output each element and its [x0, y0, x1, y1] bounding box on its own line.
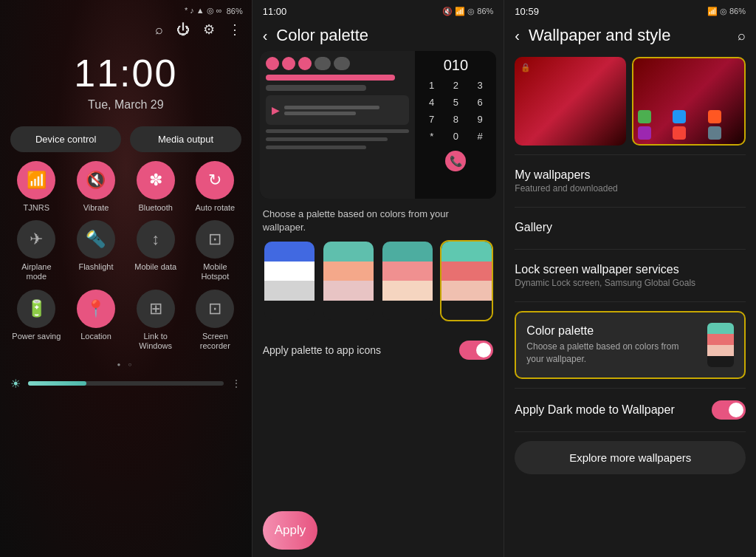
lock-screen-sub: Dynamic Lock screen, Samsung Global Goal… — [515, 278, 746, 288]
tile-screenrecorder[interactable]: ⊡ Screen recorder — [189, 290, 241, 351]
color-palette-card-title: Color palette — [526, 324, 698, 338]
tile-autorotate[interactable]: ↻ Auto rotate — [189, 161, 241, 213]
brightness-icon: ☀ — [10, 377, 21, 391]
tile-powersave[interactable]: 🔋 Power saving — [10, 290, 63, 351]
vibrate-icon[interactable]: 🔇 — [77, 161, 115, 199]
color-palette-panel: 11:00 🔇 📶 ◎ 86% ‹ Color palette ▶ — [252, 0, 505, 557]
quick-settings-toolbar: ⌕ ⏻ ⚙ ⋮ — [0, 18, 252, 44]
palette-option-2[interactable] — [322, 240, 375, 321]
preview-bar-2 — [266, 85, 366, 91]
dial-grid: 1 2 3 4 5 6 7 8 9 * 0 # — [421, 78, 490, 143]
media-line-1 — [284, 106, 379, 109]
lock-screen-wallpaper-thumb[interactable]: 🔒 — [515, 57, 625, 146]
color-palette-card[interactable]: Color palette Choose a palette based on … — [515, 311, 746, 379]
dial-key-0: 0 — [445, 129, 467, 143]
search-icon[interactable]: ⌕ — [155, 22, 163, 38]
lock-screen-services-item[interactable]: Lock screen wallpaper services Dynamic L… — [504, 253, 756, 298]
tile-hotspot[interactable]: ⊡ Mobile Hotspot — [189, 220, 241, 281]
preview-chip-3 — [298, 57, 312, 70]
brightness-more-icon[interactable]: ⋮ — [231, 377, 241, 389]
swatch-4-4 — [441, 301, 492, 321]
hotspot-icon[interactable]: ⊡ — [196, 220, 234, 259]
dial-key-6: 6 — [470, 95, 491, 109]
p2-phone-preview: ▶ 010 1 2 3 4 5 6 7 8 9 * — [260, 51, 497, 199]
dial-display: 010 — [421, 57, 490, 74]
dial-key-star: * — [421, 129, 442, 143]
location-icon[interactable]: 📍 — [77, 290, 115, 328]
more-icon[interactable]: ⋮ — [228, 21, 241, 38]
media-line-2 — [284, 112, 356, 115]
dark-mode-label: Apply Dark mode to Wallpaper — [515, 403, 674, 417]
dial-key-1: 1 — [421, 78, 442, 92]
swatch-4-2 — [441, 262, 492, 281]
dark-mode-toggle[interactable] — [712, 400, 746, 420]
brightness-fill — [28, 381, 86, 386]
media-output-button[interactable]: Media output — [130, 126, 241, 152]
powersave-icon[interactable]: 🔋 — [17, 290, 55, 328]
preview-bar-1 — [266, 75, 395, 81]
palette-option-4[interactable] — [440, 240, 493, 321]
tile-vibrate[interactable]: 🔇 Vibrate — [70, 161, 123, 213]
home-screen-wallpaper-thumb[interactable] — [632, 57, 746, 146]
swatch-4-3 — [441, 281, 492, 301]
swatch-2-3 — [323, 281, 374, 301]
wifi-icon[interactable]: 📶 — [17, 161, 55, 199]
swatch-2-4 — [323, 301, 374, 321]
divider-5 — [515, 388, 746, 389]
screenrecorder-icon[interactable]: ⊡ — [196, 290, 234, 328]
swatch-1-4 — [264, 301, 315, 321]
p3-back-button[interactable]: ‹ — [515, 27, 520, 44]
tile-airplane[interactable]: ✈ Airplane mode — [10, 220, 63, 281]
apply-arrow-icon: ➜ — [252, 540, 257, 557]
app-icon-4 — [638, 126, 651, 140]
palette-options — [252, 240, 504, 321]
dark-mode-row: Apply Dark mode to Wallpaper — [504, 392, 756, 428]
dial-key-4: 4 — [421, 95, 442, 109]
tile-mobiledata[interactable]: ↕ Mobile data — [129, 220, 182, 281]
linkwindows-icon[interactable]: ⊞ — [137, 290, 175, 328]
mini-swatch-1 — [707, 323, 734, 334]
app-icons-toggle[interactable] — [459, 341, 493, 360]
call-button[interactable]: 📞 — [445, 151, 466, 171]
autorotate-icon[interactable]: ↻ — [196, 161, 234, 199]
tile-linkwindows[interactable]: ⊞ Link to Windows — [129, 290, 182, 351]
home-app-icons — [638, 110, 740, 140]
apply-button[interactable]: Apply — [263, 511, 318, 550]
airplane-icon[interactable]: ✈ — [17, 220, 55, 259]
palette-option-1[interactable] — [263, 240, 316, 321]
settings-icon[interactable]: ⚙ — [203, 21, 215, 38]
clock-display: 11:00 Tue, March 29 — [0, 44, 252, 115]
mini-swatch-2 — [707, 334, 734, 345]
preview-chip-1 — [266, 57, 279, 70]
tile-tjnrs[interactable]: 📶 TJNRS — [10, 161, 63, 213]
p2-title: Color palette — [276, 26, 368, 45]
wallpaper-style-panel: 10:59 📶 ◎ 86% ‹ Wallpaper and style ⌕ 🔒 — [504, 0, 756, 557]
preview-bar-5 — [266, 146, 366, 149]
palette-mini-preview — [707, 323, 734, 367]
bluetooth-icon[interactable]: ✽ — [137, 161, 175, 199]
app-icons-toggle-row: Apply palette to app icons — [252, 333, 504, 367]
mobiledata-icon[interactable]: ↕ — [137, 220, 175, 259]
gallery-item[interactable]: Gallery — [504, 211, 756, 246]
tile-bluetooth[interactable]: ✽ Bluetooth — [129, 161, 182, 213]
brightness-slider[interactable] — [28, 381, 224, 386]
p3-search-icon[interactable]: ⌕ — [738, 28, 746, 44]
toggle-knob — [476, 343, 491, 358]
my-wallpapers-item[interactable]: My wallpapers Featured and downloaded — [504, 158, 756, 204]
preview-chip-2 — [282, 57, 295, 70]
tile-location[interactable]: 📍 Location — [70, 290, 123, 351]
quick-tiles-grid: 📶 TJNRS 🔇 Vibrate ✽ Bluetooth ↻ Auto rot… — [0, 161, 252, 351]
app-icons-toggle-label: Apply palette to app icons — [263, 344, 381, 356]
palette-option-3[interactable] — [381, 240, 434, 321]
power-icon[interactable]: ⏻ — [176, 22, 190, 38]
tile-flashlight[interactable]: 🔦 Flashlight — [70, 220, 123, 281]
flashlight-icon[interactable]: 🔦 — [77, 220, 115, 259]
preview-chips — [266, 57, 410, 70]
p2-back-button[interactable]: ‹ — [263, 27, 268, 44]
device-control-button[interactable]: Device control — [10, 126, 121, 152]
p2-preview-dialer: 010 1 2 3 4 5 6 7 8 9 * 0 # 📞 — [415, 51, 496, 199]
brightness-bar[interactable]: ☀ ⋮ — [10, 377, 241, 391]
explore-wallpapers-button[interactable]: Explore more wallpapers — [515, 441, 746, 474]
lock-screen-label: Lock screen wallpaper services — [515, 263, 746, 276]
my-wallpapers-label: My wallpapers — [515, 168, 746, 182]
